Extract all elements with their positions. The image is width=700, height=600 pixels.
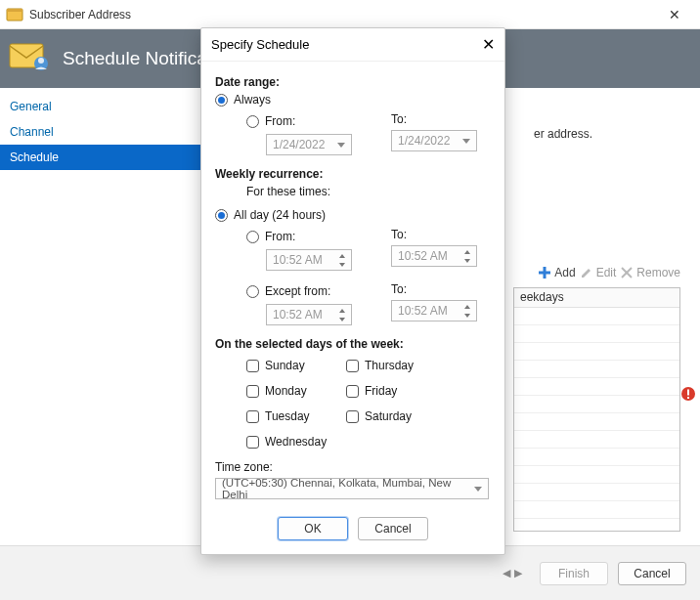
banner-icon [8, 38, 55, 79]
date-to-input[interactable]: 1/24/2022 [391, 130, 477, 151]
checkbox-icon [246, 410, 259, 423]
check-wednesday[interactable]: Wednesday [246, 435, 340, 449]
schedule-list[interactable]: eekdays [513, 287, 680, 532]
check-thursday[interactable]: Thursday [346, 359, 440, 372]
app-icon [6, 6, 23, 23]
edit-button[interactable]: Edit [580, 266, 617, 279]
list-row[interactable] [514, 449, 679, 466]
time-to-input[interactable]: 10:52 AM [391, 245, 477, 267]
timezone-select[interactable]: (UTC+05:30) Chennai, Kolkata, Mumbai, Ne… [215, 478, 489, 499]
radio-always-label: Always [234, 93, 271, 107]
list-row[interactable] [514, 413, 679, 431]
dialog-cancel-button[interactable]: Cancel [358, 517, 428, 540]
checkbox-icon [346, 385, 359, 398]
dialog-title: Specify Schedule [211, 37, 309, 52]
list-row[interactable] [514, 378, 679, 396]
radio-icon [246, 231, 259, 243]
radio-always[interactable]: Always [215, 93, 491, 107]
sidebar: General Channel Schedule [0, 88, 205, 545]
radio-icon [215, 209, 228, 222]
checkbox-icon [346, 410, 359, 423]
dialog-titlebar: Specify Schedule ✕ [201, 28, 504, 62]
list-row[interactable] [514, 501, 679, 519]
add-button[interactable]: Add [538, 266, 575, 279]
except-to-label: To: [391, 282, 407, 296]
radio-icon [215, 94, 228, 107]
from-label: From: [265, 114, 295, 128]
spinner[interactable] [335, 306, 349, 323]
sidebar-item-schedule[interactable]: Schedule [0, 145, 204, 170]
except-from-label: Except from: [265, 284, 330, 298]
add-icon [538, 266, 551, 279]
finish-button[interactable]: Finish [540, 562, 608, 585]
remove-label: Remove [636, 266, 680, 279]
edit-label: Edit [596, 266, 617, 279]
sidebar-item-label: Schedule [10, 150, 59, 164]
check-sunday[interactable]: Sunday [246, 359, 340, 372]
list-row[interactable] [514, 396, 679, 413]
except-from-input[interactable]: 10:52 AM [266, 304, 352, 325]
main-hint-text: er address. [534, 127, 592, 141]
list-row[interactable] [514, 325, 679, 343]
timezone-label: Time zone: [215, 460, 491, 474]
checkbox-icon [246, 436, 259, 449]
spinner[interactable] [335, 251, 349, 269]
error-icon [680, 386, 696, 402]
specify-schedule-dialog: Specify Schedule ✕ Date range: Always Fr… [200, 27, 505, 555]
checkbox-icon [246, 385, 259, 398]
radio-time-from[interactable]: From: [246, 230, 352, 243]
checkbox-icon [346, 360, 359, 372]
cancel-button[interactable]: Cancel [618, 562, 686, 585]
ok-button[interactable]: OK [278, 517, 348, 540]
svg-rect-1 [7, 9, 22, 12]
radio-except-from[interactable]: Except from: [246, 284, 352, 298]
checkbox-icon [246, 360, 259, 372]
check-saturday[interactable]: Saturday [346, 409, 440, 423]
spinner[interactable] [460, 302, 474, 320]
remove-button[interactable]: Remove [620, 266, 680, 279]
time-from-label: From: [265, 230, 295, 243]
check-monday[interactable]: Monday [246, 384, 340, 398]
list-row[interactable] [514, 466, 679, 484]
next-button[interactable]: ▶ [514, 567, 522, 579]
list-row[interactable] [514, 308, 679, 325]
pencil-icon [580, 266, 593, 279]
window-close-button[interactable]: ✕ [655, 7, 694, 22]
to-label: To: [391, 112, 407, 126]
spinner[interactable] [460, 247, 474, 265]
days-heading: On the selected days of the week: [215, 337, 491, 351]
weekly-heading: Weekly recurrence: [215, 167, 491, 181]
titlebar: Subscriber Address ✕ [0, 0, 700, 29]
check-tuesday[interactable]: Tuesday [246, 409, 340, 423]
svg-rect-10 [687, 390, 689, 396]
add-label: Add [554, 266, 575, 279]
dialog-footer: OK Cancel [201, 505, 504, 554]
time-to-label: To: [391, 228, 407, 241]
svg-point-4 [38, 58, 44, 64]
except-to-input[interactable]: 10:52 AM [391, 300, 477, 321]
radio-date-from[interactable]: From: [246, 114, 352, 128]
dialog-close-button[interactable]: ✕ [482, 35, 495, 54]
list-rows [514, 308, 679, 519]
list-row[interactable] [514, 361, 679, 378]
date-from-input[interactable]: 1/24/2022 [266, 134, 352, 155]
radio-icon [246, 285, 259, 298]
radio-icon [246, 115, 259, 128]
svg-rect-11 [687, 397, 689, 399]
list-header: eekdays [514, 288, 679, 308]
window-title: Subscriber Address [29, 8, 131, 21]
sidebar-item-label: General [10, 100, 52, 113]
prev-button[interactable]: ◀ [503, 567, 510, 579]
sidebar-item-general[interactable]: General [0, 94, 204, 119]
sidebar-item-label: Channel [10, 125, 54, 139]
list-row[interactable] [514, 484, 679, 501]
wizard-nav: ◀ ▶ [503, 567, 522, 579]
radio-all-day[interactable]: All day (24 hours) [215, 208, 491, 222]
sidebar-item-channel[interactable]: Channel [0, 119, 204, 145]
time-from-input[interactable]: 10:52 AM [266, 249, 352, 271]
check-friday[interactable]: Friday [346, 384, 440, 398]
list-row[interactable] [514, 343, 679, 361]
all-day-label: All day (24 hours) [234, 208, 326, 222]
svg-rect-6 [539, 272, 550, 275]
list-row[interactable] [514, 431, 679, 449]
